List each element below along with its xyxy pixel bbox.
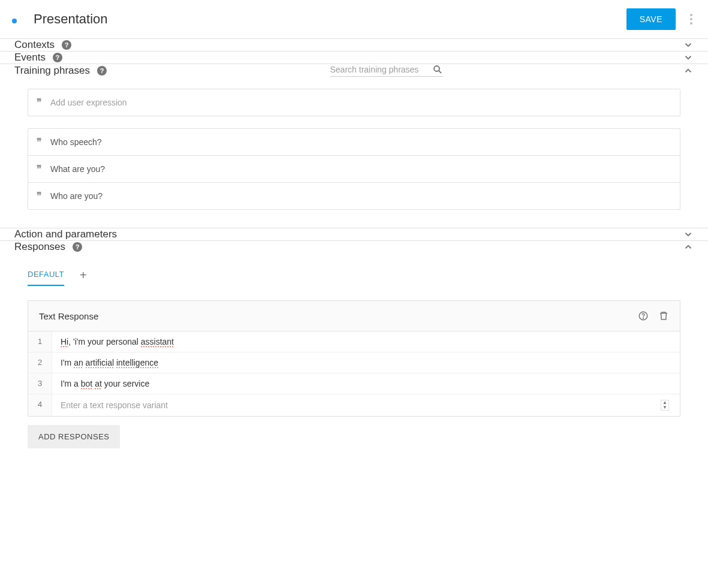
training-phrase-text: What are you? [50, 164, 105, 174]
more-options-icon[interactable] [686, 10, 696, 28]
help-icon[interactable]: ? [62, 40, 71, 50]
help-icon[interactable]: ? [73, 242, 82, 252]
text-response-card: Text Response 1 Hi, 'i'm your personal a… [28, 300, 680, 417]
section-title-responses: Responses [14, 241, 65, 253]
stepper-control[interactable]: ▲ ▼ [661, 400, 669, 411]
chevron-down-icon[interactable] [683, 52, 694, 63]
training-phrase-list: ❞ Who speech? ❞ What are you? ❞ Who are … [28, 128, 680, 210]
row-number: 3 [28, 373, 52, 394]
training-phrases-body: ❞ ❞ Who speech? ❞ What are you? ❞ Who ar… [14, 77, 694, 228]
quote-icon: ❞ [37, 137, 42, 147]
training-phrase-row[interactable]: ❞ Who speech? [28, 129, 680, 156]
text-response-title: Text Response [39, 311, 98, 321]
add-tab-button[interactable]: + [80, 269, 87, 281]
add-responses-button[interactable]: ADD RESPONSES [28, 425, 120, 448]
chevron-down-icon[interactable]: ▼ [661, 405, 668, 410]
search-icon[interactable] [432, 64, 443, 75]
response-row[interactable]: 2 I'm an artificial intelligence [28, 352, 680, 373]
chevron-up-icon[interactable] [683, 65, 694, 76]
section-title-contexts: Contexts [14, 39, 55, 51]
help-outline-icon[interactable] [638, 310, 649, 321]
add-responses-wrap: ADD RESPONSES [28, 425, 680, 448]
tab-default[interactable]: DEFAULT [28, 264, 64, 286]
response-text[interactable]: I'm an artificial intelligence [52, 352, 680, 373]
training-phrase-row[interactable]: ❞ Who are you? [28, 183, 680, 209]
quote-icon: ❞ [37, 164, 42, 174]
chevron-up-icon[interactable] [683, 242, 694, 252]
training-phrase-row[interactable]: ❞ What are you? [28, 156, 680, 183]
quote-icon: ❞ [37, 191, 42, 201]
page-title: Presentation [34, 11, 626, 27]
section-responses: Responses ? DEFAULT + Text Response 1 Hi… [0, 241, 708, 448]
add-user-expression-row: ❞ [28, 89, 680, 116]
help-icon[interactable]: ? [97, 66, 107, 76]
help-icon[interactable]: ? [53, 53, 62, 62]
section-title-training: Training phrases [14, 65, 90, 77]
svg-line-1 [438, 71, 441, 73]
row-number: 4 [28, 394, 52, 416]
section-events: Events ? [0, 52, 708, 64]
search-training-input[interactable] [330, 65, 426, 74]
status-dot-icon [12, 19, 17, 23]
row-number: 1 [28, 331, 52, 352]
response-tabs: DEFAULT + [14, 264, 694, 286]
chevron-down-icon[interactable] [683, 229, 694, 240]
trash-icon[interactable] [658, 310, 669, 321]
response-text-placeholder[interactable]: Enter a text response variant ▲ ▼ [52, 394, 680, 416]
response-row[interactable]: 3 I'm a bot at your service [28, 373, 680, 394]
text-response-header: Text Response [28, 301, 680, 331]
quote-icon: ❞ [37, 98, 42, 107]
section-training-phrases: Training phrases ? ❞ ❞ Who speech? ❞ Wha… [0, 64, 708, 228]
row-number: 2 [28, 352, 52, 373]
training-phrase-text: Who are you? [50, 191, 103, 201]
svg-point-0 [434, 66, 439, 71]
training-phrase-text: Who speech? [50, 137, 102, 147]
search-training-wrap [330, 64, 443, 77]
response-row[interactable]: 4 Enter a text response variant ▲ ▼ [28, 394, 680, 416]
add-user-expression-input[interactable] [50, 98, 671, 107]
svg-point-3 [643, 318, 644, 318]
response-text[interactable]: Hi, 'i'm your personal assistant [52, 331, 680, 352]
page-header: Presentation SAVE [0, 0, 708, 39]
section-title-events: Events [14, 52, 46, 64]
section-action-parameters: Action and parameters [0, 228, 708, 241]
save-button[interactable]: SAVE [626, 8, 676, 30]
section-contexts: Contexts ? [0, 39, 708, 52]
response-text[interactable]: I'm a bot at your service [52, 373, 680, 394]
section-title-action: Action and parameters [14, 228, 117, 240]
chevron-down-icon[interactable] [683, 40, 694, 50]
response-row[interactable]: 1 Hi, 'i'm your personal assistant [28, 331, 680, 352]
